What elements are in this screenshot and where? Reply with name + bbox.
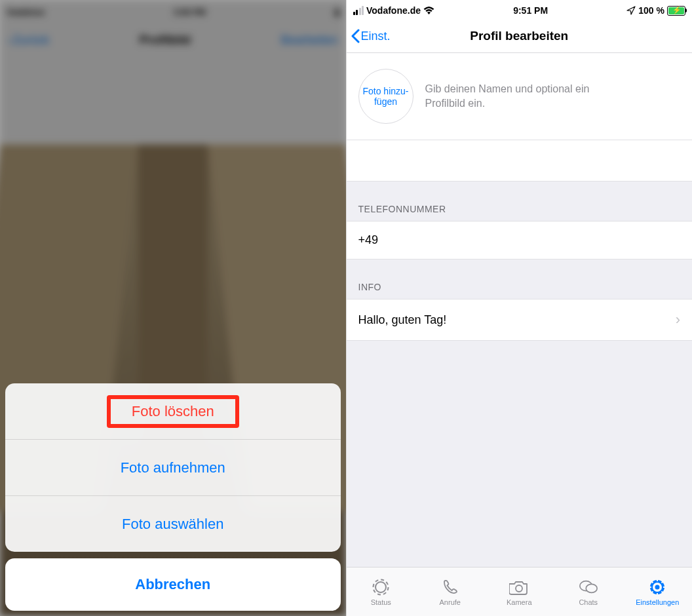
wifi-icon [423, 7, 434, 15]
tab-camera[interactable]: Kamera [485, 568, 554, 616]
tab-chats[interactable]: Chats [554, 568, 623, 616]
tab-bar: Status Anrufe Kamera Chats [347, 567, 693, 616]
choose-photo-button[interactable]: Foto auswählen [5, 495, 341, 552]
about-cell[interactable]: Hallo, guten Tag! › [347, 299, 693, 341]
carrier-label: Vodafone.de [366, 5, 421, 16]
page-title: Profil bearbeiten [470, 29, 568, 43]
nav-bar: Einst. Profil bearbeiten [347, 20, 693, 53]
chats-icon [579, 577, 598, 597]
cancel-button[interactable]: Abbrechen [5, 558, 341, 611]
tab-status[interactable]: Status [347, 568, 416, 616]
highlight-annotation: Foto löschen [107, 395, 239, 428]
name-input[interactable] [347, 140, 693, 182]
chevron-left-icon [351, 29, 360, 43]
screenshot-edit-profile: Vodafone.de 9:51 PM 100 % ⚡ Einst. [346, 0, 693, 616]
location-icon [626, 6, 636, 15]
section-header-info: INFO [347, 260, 693, 299]
section-header-phone: TELEFONNUMMER [347, 182, 693, 221]
action-sheet: Foto löschen Foto aufnehmen Foto auswähl… [5, 383, 341, 611]
back-button[interactable]: Einst. [351, 29, 391, 43]
svg-point-4 [586, 584, 597, 592]
add-photo-button[interactable]: Foto hinzu­fügen [358, 69, 413, 124]
status-bar: Vodafone.de 9:51 PM 100 % ⚡ [347, 0, 693, 20]
name-hint: Gib deinen Namen und optional ein Profil… [425, 82, 622, 110]
phone-number-cell[interactable]: +49 [347, 221, 693, 260]
gear-icon [647, 577, 667, 597]
camera-icon [509, 577, 529, 597]
battery-icon: ⚡ [667, 6, 685, 16]
svg-line-15 [651, 592, 653, 594]
clock: 9:51 PM [513, 5, 548, 16]
tab-calls[interactable]: Anrufe [415, 568, 485, 616]
svg-point-7 [655, 585, 660, 590]
take-photo-button[interactable]: Foto aufnehmen [5, 439, 341, 495]
svg-point-2 [516, 585, 522, 592]
chevron-right-icon: › [676, 311, 680, 328]
phone-icon [440, 577, 460, 597]
svg-line-13 [662, 592, 664, 594]
svg-line-12 [651, 581, 653, 583]
svg-point-0 [375, 582, 386, 592]
delete-photo-button[interactable]: Foto löschen [5, 383, 341, 439]
tab-settings[interactable]: Einstellungen [623, 568, 693, 616]
battery-percent: 100 % [638, 5, 664, 16]
svg-line-14 [662, 581, 664, 583]
status-icon [371, 577, 391, 597]
photo-name-section: Foto hinzu­fügen Gib deinen Namen und op… [347, 53, 693, 140]
screenshot-profile-photo-sheet: Vodafone 3:00 PM ▮ ‹ Zurück Profilbild B… [0, 0, 346, 616]
signal-icon [353, 6, 364, 15]
